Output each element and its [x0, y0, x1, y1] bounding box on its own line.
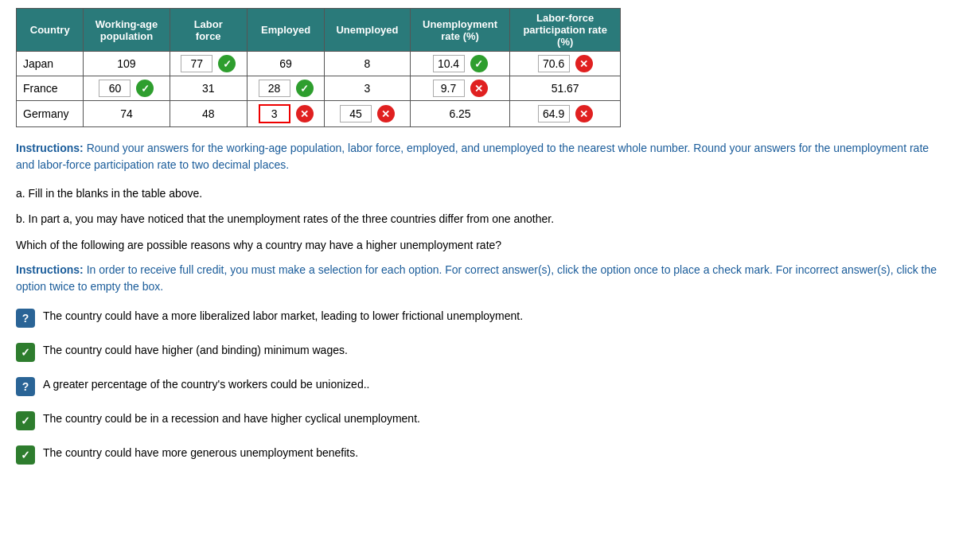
france-unemployment-rate-x-icon[interactable]: ✕: [470, 80, 488, 97]
germany-employed-input[interactable]: 3: [259, 104, 290, 123]
country-japan: Japan: [17, 52, 84, 76]
header-labor-force: Laborforce: [170, 9, 247, 52]
part-a-text: a. Fill in the blanks in the table above…: [16, 185, 939, 202]
labor-data-table: Country Working-agepopulation Laborforce…: [16, 8, 621, 127]
germany-participation-rate: 64.9 ✕: [510, 101, 621, 127]
option-4-icon[interactable]: ✓: [16, 411, 35, 430]
header-unemployed: Unemployed: [325, 9, 411, 52]
option-3: ? A greater percentage of the country's …: [16, 376, 939, 396]
instructions-1-text: Round your answers for the working-age p…: [16, 142, 929, 171]
germany-labor-force: 48: [170, 101, 247, 127]
row-japan: Japan 109 77 ✓ 69 8 10.4 ✓ 70.6 ✕: [17, 52, 621, 76]
option-5-text: The country could have more generous une…: [43, 445, 358, 461]
option-2-text: The country could have higher (and bindi…: [43, 342, 348, 359]
options-section: ? The country could have a more liberali…: [16, 308, 939, 465]
france-participation-rate: 51.67: [510, 76, 621, 101]
france-unemployment-rate: 9.7 ✕: [410, 76, 510, 101]
japan-unemployed: 8: [325, 52, 411, 76]
japan-unemployment-rate: 10.4 ✓: [410, 52, 510, 76]
row-france: France 60 ✓ 31 28 ✓ 3 9.7 ✕: [17, 76, 621, 101]
header-unemployment-rate: Unemploymentrate (%): [410, 9, 510, 52]
instructions-2-label: Instructions:: [16, 263, 84, 276]
instructions-2-text: In order to receive full credit, you mus…: [16, 263, 937, 293]
japan-unemployment-rate-check-icon[interactable]: ✓: [470, 55, 488, 72]
japan-participation-rate-input[interactable]: 70.6: [538, 55, 570, 72]
germany-employed-x-icon[interactable]: ✕: [296, 105, 314, 122]
germany-working-age: 74: [84, 101, 170, 127]
option-1: ? The country could have a more liberali…: [16, 308, 939, 328]
header-participation-rate: Labor-forceparticipation rate(%): [510, 9, 621, 52]
option-3-text: A greater percentage of the country's wo…: [43, 376, 369, 393]
part-b-line2-text: Which of the following are possible reas…: [16, 236, 939, 254]
japan-labor-force-input[interactable]: 77: [181, 55, 212, 72]
france-working-age-input[interactable]: 60: [99, 80, 131, 97]
france-unemployed: 3: [325, 76, 411, 101]
japan-unemployment-rate-input[interactable]: 10.4: [433, 55, 465, 72]
france-employed-input[interactable]: 28: [259, 80, 290, 97]
japan-employed: 69: [247, 52, 324, 76]
country-germany: Germany: [17, 101, 84, 127]
header-country: Country: [17, 9, 84, 52]
france-working-age: 60 ✓: [84, 76, 170, 101]
row-germany: Germany 74 48 3 ✕ 45 ✕ 6.25 64.9 ✕: [17, 101, 621, 127]
france-unemployment-rate-input[interactable]: 9.7: [433, 80, 465, 97]
option-4-text: The country could be in a recession and …: [43, 410, 420, 427]
france-labor-force: 31: [170, 76, 247, 101]
germany-employed: 3 ✕: [247, 101, 324, 127]
france-employed: 28 ✓: [247, 76, 324, 101]
japan-working-age: 109: [84, 52, 170, 76]
header-working-age: Working-agepopulation: [84, 9, 170, 52]
france-employed-check-icon[interactable]: ✓: [296, 80, 314, 97]
option-2: ✓ The country could have higher (and bin…: [16, 342, 939, 362]
germany-participation-rate-input[interactable]: 64.9: [538, 105, 570, 122]
germany-participation-rate-x-icon[interactable]: ✕: [575, 105, 593, 122]
part-b-line1-text: b. In part a, you may have noticed that …: [16, 210, 939, 228]
japan-labor-force: 77 ✓: [170, 52, 247, 76]
france-working-age-check-icon[interactable]: ✓: [136, 80, 154, 97]
germany-unemployed-x-icon[interactable]: ✕: [377, 105, 395, 122]
header-employed: Employed: [247, 9, 324, 52]
instructions-2: Instructions: In order to receive full c…: [16, 262, 939, 295]
option-5-icon[interactable]: ✓: [16, 445, 35, 465]
option-1-icon[interactable]: ?: [16, 309, 35, 328]
option-2-icon[interactable]: ✓: [16, 343, 35, 362]
instructions-1-label: Instructions:: [16, 142, 84, 154]
germany-unemployed-input[interactable]: 45: [340, 105, 372, 122]
option-1-text: The country could have a more liberalize…: [43, 308, 523, 325]
option-5: ✓ The country could have more generous u…: [16, 445, 939, 465]
option-4: ✓ The country could be in a recession an…: [16, 410, 939, 430]
japan-participation-rate: 70.6 ✕: [510, 52, 621, 76]
japan-labor-force-check-icon[interactable]: ✓: [218, 55, 236, 72]
instructions-1: Instructions: Round your answers for the…: [16, 140, 939, 173]
country-france: France: [17, 76, 84, 101]
japan-participation-rate-x-icon[interactable]: ✕: [575, 55, 593, 72]
option-3-icon[interactable]: ?: [16, 377, 35, 396]
germany-unemployed: 45 ✕: [325, 101, 411, 127]
germany-unemployment-rate: 6.25: [410, 101, 510, 127]
